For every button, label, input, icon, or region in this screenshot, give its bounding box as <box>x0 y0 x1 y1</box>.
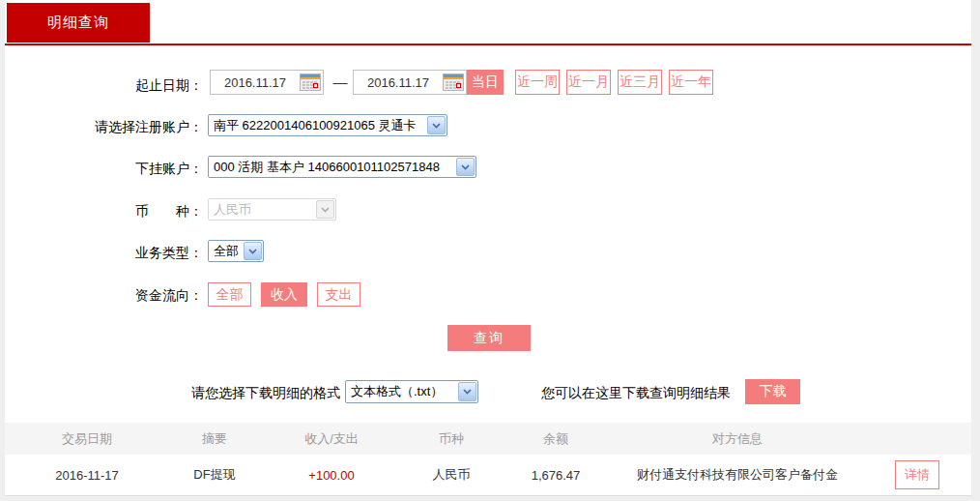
date-separator: — <box>330 74 351 90</box>
header-trade-date: 交易日期 <box>5 430 169 448</box>
sub-account-label: 下挂账户： <box>5 161 203 178</box>
detail-button[interactable]: 详情 <box>895 460 939 489</box>
currency-label: 币 种： <box>5 203 203 221</box>
download-format-select[interactable]: 文本格式（.txt） <box>345 380 478 403</box>
header-counterparty: 对方信息 <box>612 430 863 448</box>
header-currency: 币种 <box>403 430 500 448</box>
header-summary: 摘要 <box>169 430 260 448</box>
date-from-input[interactable]: 2016.11.17 <box>210 70 324 95</box>
date-range-label: 起止日期： <box>5 77 203 95</box>
sub-account-select[interactable]: 000 活期 基本户 1406600101102571848 <box>208 156 476 178</box>
business-type-select[interactable]: 全部 <box>208 240 264 262</box>
dropdown-arrow-icon <box>244 242 262 260</box>
date-to-input[interactable]: 2016.11.17 <box>353 70 467 95</box>
tab-underline <box>5 44 971 45</box>
cell-balance: 1,676.47 <box>500 468 612 483</box>
business-type-label: 业务类型： <box>5 245 203 262</box>
registered-account-value: 南平 6222001406100921065 灵通卡 <box>214 117 417 134</box>
cell-currency: 人民币 <box>403 466 500 484</box>
quick-range-week-button[interactable]: 近一周 <box>515 70 560 95</box>
flow-income-button[interactable]: 收入 <box>261 282 307 307</box>
table-header: 交易日期 摘要 收入/支出 币种 余额 对方信息 <box>5 423 971 455</box>
registered-account-select[interactable]: 南平 6222001406100921065 灵通卡 <box>208 114 447 136</box>
cell-summary: DF提现 <box>169 466 260 484</box>
currency-value: 人民币 <box>214 201 251 219</box>
quick-range-3months-button[interactable]: 近三月 <box>618 70 662 95</box>
dropdown-arrow-icon <box>316 200 334 219</box>
quick-range-today-button[interactable]: 当日 <box>467 70 504 95</box>
download-format-label: 请您选择下载明细的格式 <box>5 385 340 402</box>
cell-counterparty: 财付通支付科技有限公司客户备付金 <box>612 466 863 484</box>
download-button[interactable]: 下载 <box>745 379 800 404</box>
quick-range-month-button[interactable]: 近一月 <box>566 70 611 95</box>
sub-account-value: 000 活期 基本户 1406600101102571848 <box>214 159 440 176</box>
cell-trade-date: 2016-11-17 <box>5 468 169 483</box>
query-button[interactable]: 查询 <box>447 325 531 351</box>
tab-detail-query[interactable]: 明细查询 <box>7 3 150 43</box>
table-row: 2016-11-17 DF提现 +100.00 人民币 1,676.47 财付通… <box>5 455 971 496</box>
dropdown-arrow-icon <box>456 158 475 176</box>
fund-flow-label: 资金流向： <box>5 287 203 305</box>
dropdown-arrow-icon <box>458 382 476 401</box>
business-type-value: 全部 <box>214 243 239 260</box>
date-from-value: 2016.11.17 <box>211 75 300 90</box>
detail-query-panel: 明细查询 起止日期： 2016.11.17 — 2016.11.17 <box>5 0 971 496</box>
calendar-icon[interactable] <box>443 74 464 91</box>
calendar-icon[interactable] <box>300 74 321 91</box>
header-balance: 余额 <box>500 430 612 448</box>
quick-range-year-button[interactable]: 近一年 <box>669 70 713 95</box>
cell-amount: +100.00 <box>260 468 403 483</box>
flow-all-button[interactable]: 全部 <box>208 282 251 307</box>
date-to-value: 2016.11.17 <box>354 75 443 90</box>
registered-account-label: 请选择注册账户： <box>5 119 203 136</box>
currency-select: 人民币 <box>208 198 336 221</box>
download-format-value: 文本格式（.txt） <box>351 383 443 400</box>
header-income-expense: 收入/支出 <box>260 430 403 448</box>
download-hint-text: 您可以在这里下载查询明细结果 <box>541 385 731 402</box>
flow-expense-button[interactable]: 支出 <box>317 282 360 307</box>
dropdown-arrow-icon <box>427 116 446 134</box>
